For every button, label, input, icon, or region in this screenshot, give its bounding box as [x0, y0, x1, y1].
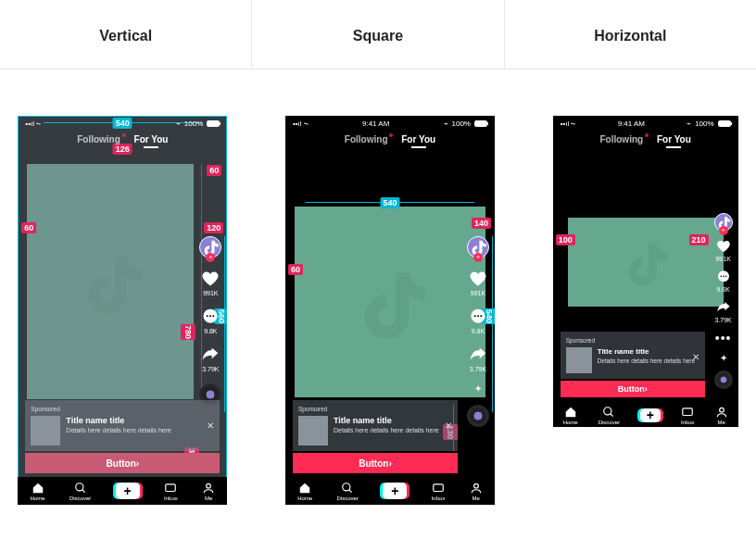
sponsored-card[interactable]: Sponsored ✕ Title name title Details her… [25, 400, 220, 451]
ann-right: 210 [689, 234, 709, 245]
tiktok-logo-watermark [295, 207, 485, 397]
share-button[interactable]: 3.79K [201, 345, 220, 372]
cta-button[interactable]: Button [25, 453, 220, 473]
col-vertical: Vertical [0, 0, 251, 69]
ann-rm: 120 [204, 222, 223, 233]
battery-pct: 100% [184, 119, 203, 128]
svg-point-10 [480, 315, 482, 317]
sound-disc[interactable] [467, 405, 489, 427]
feed-tabs[interactable]: Following For You [285, 134, 495, 144]
svg-point-20 [719, 408, 724, 412]
svg-point-9 [477, 315, 479, 317]
phone-previews: 540 126 60 60 120 560 780 320 ••ıl ⏦ ⌁ 1… [0, 69, 756, 505]
phone-square: ••ıl ⏦ 9:41 AM ⌁ 100% Following For You … [285, 116, 495, 505]
share-button[interactable]: 3.79K [469, 345, 487, 372]
nav-create[interactable]: + [640, 408, 661, 422]
sparkle-icon: ✦ [474, 383, 482, 394]
media-safe-area [568, 218, 724, 307]
nav-home[interactable]: Home [31, 482, 45, 501]
column-headers: Vertical Square Horizontal [0, 0, 756, 69]
tab-following[interactable]: Following [339, 134, 394, 144]
ann-under-tabs: 126 [113, 144, 132, 155]
author-avatar[interactable] [467, 236, 489, 258]
card-title: Title name title [334, 416, 439, 425]
bluetooth-icon: ⌁ [176, 119, 181, 128]
nav-home[interactable]: Home [297, 482, 312, 501]
sponsored-card[interactable]: Sponsored ✕ Title name title Details her… [561, 332, 705, 379]
phone-vertical: 540 126 60 60 120 560 780 320 ••ıl ⏦ ⌁ 1… [18, 116, 227, 505]
author-avatar[interactable] [199, 236, 221, 258]
sound-disc[interactable] [714, 370, 733, 389]
sparkle-icon: ✦ [720, 353, 727, 363]
time: 9:41 AM [362, 119, 389, 128]
nav-me[interactable]: Me [202, 482, 215, 501]
more-button[interactable]: ••• [715, 331, 732, 345]
nav-home[interactable]: Home [563, 406, 578, 425]
card-title: Title name title [66, 416, 171, 425]
comment-button[interactable]: 9.8K [469, 307, 487, 334]
share-button[interactable]: 3.79K [714, 300, 731, 323]
status-bar: ••ıl ⏦ 9:41 AM ⌁ 100% [553, 116, 738, 131]
card-thumb [566, 347, 592, 373]
sponsored-card[interactable]: Sponsored ✕ Title name title Details her… [293, 400, 458, 451]
svg-rect-12 [434, 483, 444, 491]
bottom-nav: Home Discover + Inbox Me [553, 403, 738, 427]
card-thumb [298, 416, 328, 445]
tab-following[interactable]: Following [71, 134, 126, 144]
battery-pct: 100% [695, 119, 713, 128]
card-title: Title name title [598, 347, 696, 356]
like-button[interactable]: 991K [201, 270, 220, 296]
like-button[interactable]: 991K [469, 270, 487, 296]
sponsored-label: Sponsored [31, 406, 214, 416]
svg-point-4 [75, 483, 82, 490]
svg-point-6 [207, 483, 211, 488]
nav-create[interactable]: + [383, 483, 407, 499]
tab-foryou[interactable]: For You [651, 134, 697, 144]
battery-pct: 100% [452, 119, 471, 128]
feed-tabs[interactable]: Following For You [553, 134, 738, 144]
phone-horizontal: ••ıl ⏦ 9:41 AM ⌁ 100% Following For You … [553, 116, 738, 427]
signal-icon: ••ıl ⏦ [561, 119, 576, 128]
like-button[interactable]: 991K [715, 239, 730, 262]
svg-rect-5 [166, 483, 176, 491]
nav-me[interactable]: Me [470, 482, 483, 501]
tiktok-logo-watermark [27, 164, 194, 399]
card-thumb [31, 416, 60, 445]
card-details: Details here details here details here [598, 358, 696, 365]
svg-point-15 [720, 276, 722, 278]
svg-point-8 [474, 315, 476, 317]
action-rail: 991K 9.8K 3.79K [199, 236, 221, 406]
nav-discover[interactable]: Discover [337, 482, 359, 501]
tab-following[interactable]: Following [594, 134, 649, 144]
nav-discover[interactable]: Discover [598, 406, 620, 425]
sponsored-label: Sponsored [298, 406, 452, 416]
nav-discover[interactable]: Discover [69, 482, 91, 501]
comment-button[interactable]: 9.8K [201, 307, 220, 334]
signal-icon: ••ıl ⏦ [25, 119, 41, 128]
battery-icon [207, 120, 220, 127]
tab-foryou[interactable]: For You [396, 134, 441, 144]
comment-button[interactable]: 9.8K [716, 270, 731, 293]
cta-button[interactable]: Button [561, 381, 705, 397]
close-icon[interactable]: ✕ [692, 352, 699, 362]
ann-rt: 60 [207, 165, 221, 176]
tiktok-logo-watermark [568, 218, 724, 307]
nav-inbox[interactable]: Inbox [164, 482, 178, 501]
card-details: Details here details here details here [334, 427, 439, 434]
card-details: Details here details here details here [66, 427, 171, 434]
nav-me[interactable]: Me [715, 406, 728, 425]
bottom-nav: Home Discover + Inbox Me [18, 477, 227, 505]
ann-mh: 780 [181, 324, 195, 340]
nav-inbox[interactable]: Inbox [681, 406, 695, 425]
feed-tabs[interactable]: Following For You [18, 134, 227, 144]
nav-create[interactable]: + [116, 483, 140, 499]
close-icon[interactable]: ✕ [207, 420, 214, 431]
ann-top: 540 [380, 197, 399, 208]
close-icon[interactable]: ✕ [445, 420, 452, 431]
svg-point-11 [343, 483, 350, 490]
cta-button[interactable]: Button [293, 453, 458, 473]
tab-foryou[interactable]: For You [129, 134, 174, 144]
svg-point-2 [209, 315, 211, 317]
author-avatar[interactable] [714, 213, 733, 232]
nav-inbox[interactable]: Inbox [432, 482, 446, 501]
